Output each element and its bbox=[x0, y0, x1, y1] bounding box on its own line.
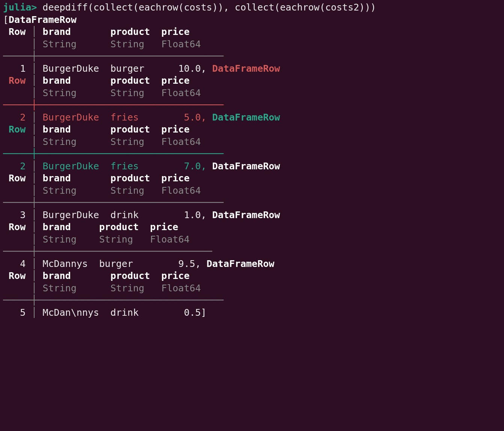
data-row-3: 3 │ BurgerDuke drink 1.0, DataFrameRow bbox=[3, 209, 501, 222]
prompt-line[interactable]: julia> deepdiff(collect(eachrow(costs)),… bbox=[3, 2, 501, 14]
types-row-5: │ String String Float64 bbox=[3, 282, 501, 295]
header-row-3: Row │ brand product price bbox=[3, 172, 501, 185]
dfrow-label-5: DataFrameRow bbox=[207, 258, 275, 269]
data-row-5: 5 │ McDan\nnys drink 0.5] bbox=[3, 307, 501, 319]
dfrow-added: DataFrameRow bbox=[212, 112, 280, 123]
command-text: deepdiff(collect(eachrow(costs)), collec… bbox=[37, 2, 376, 13]
data-row-2-removed: 2 │ BurgerDuke fries 5.0, DataFrameRow bbox=[3, 112, 501, 124]
data-row-1: 1 │ BurgerDuke burger 10.0, DataFrameRow bbox=[3, 63, 501, 75]
header-row-added: Row │ brand product price bbox=[3, 124, 501, 136]
separator-removed: ─────┼───────────────────────────────── bbox=[3, 99, 501, 112]
types-row-added: │ String String Float64 bbox=[3, 136, 501, 148]
separator-3: ─────┼───────────────────────────────── bbox=[3, 197, 501, 209]
types-row-4: │ String String Float64 bbox=[3, 234, 501, 246]
types-row-removed: │ String String Float64 bbox=[3, 87, 501, 99]
separator-5: ─────┼───────────────────────────────── bbox=[3, 294, 501, 307]
dfrow-label-3: DataFrameRow bbox=[212, 161, 280, 172]
julia-prompt: julia> bbox=[3, 2, 37, 13]
separator-4: ─────┼─────────────────────────────── bbox=[3, 246, 501, 258]
data-row-2-added: 2 │ BurgerDuke fries 7.0, DataFrameRow bbox=[3, 160, 501, 173]
header-row-5: Row │ brand product price bbox=[3, 270, 501, 282]
dfrow-label-4: DataFrameRow bbox=[212, 209, 280, 220]
header-row-1: Row │ brand product price bbox=[3, 26, 501, 38]
dfrow-label: DataFrameRow bbox=[9, 14, 77, 25]
data-row-4: 4 │ McDannys burger 9.5, DataFrameRow bbox=[3, 258, 501, 270]
separator-1: ─────┼───────────────────────────────── bbox=[3, 50, 501, 63]
header-row-removed: Row │ brand product price bbox=[3, 75, 501, 87]
types-row-3: │ String String Float64 bbox=[3, 185, 501, 197]
header-row-4: Row │ brand product price bbox=[3, 221, 501, 234]
dfrow-removed: DataFrameRow bbox=[212, 63, 280, 74]
types-row-1: │ String String Float64 bbox=[3, 38, 501, 51]
separator-added: ─────┼───────────────────────────────── bbox=[3, 148, 501, 160]
open-bracket-line: [DataFrameRow bbox=[3, 14, 501, 26]
